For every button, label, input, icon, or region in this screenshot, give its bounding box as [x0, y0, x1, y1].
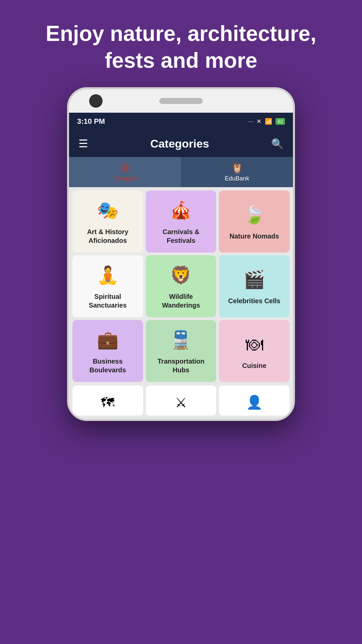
- edubank-tab-label: EduBank: [225, 175, 249, 182]
- category-label-transportation: TransportationHubs: [158, 357, 204, 374]
- category-label-spiritual: SpiritualSanctuaries: [89, 292, 127, 310]
- category-label-cuisine: Cuisine: [242, 361, 266, 370]
- sim-icon: ✕: [256, 118, 261, 125]
- categories-grid-bottom: 🗺 ⚔ 👤: [69, 385, 293, 419]
- category-icon-routes: 🗺: [101, 395, 114, 410]
- category-tab-icon: 🏛: [120, 162, 130, 174]
- category-icon-warrior: ⚔: [175, 395, 187, 410]
- app-bar-title: Categories: [150, 137, 209, 150]
- category-label-business: BusinessBoulevards: [89, 357, 126, 374]
- category-card-celebrities[interactable]: 🎬 Celebrities Cells: [219, 255, 290, 317]
- categories-grid: 🎭 Art & HistoryAficionados 🎪 Carnivals &…: [69, 187, 293, 385]
- phone-speaker: [159, 98, 203, 104]
- category-card-wildlife[interactable]: 🦁 WildlifeWanderings: [146, 255, 217, 317]
- category-icon-carnivals: 🎪: [170, 200, 192, 221]
- category-label-nature: Nature Nomads: [230, 232, 279, 240]
- status-dots: ···: [248, 118, 253, 125]
- phone-frame: 3:10 PM ··· ✕ 📶 62 ☰ Categories 🔍 🏛 Cate…: [67, 87, 295, 421]
- status-bar: 3:10 PM ··· ✕ 📶 62: [69, 113, 293, 130]
- category-icon-guide: 👤: [246, 394, 263, 410]
- category-icon-art-history: 🎭: [97, 200, 119, 221]
- category-icon-celebrities: 🎬: [243, 269, 265, 290]
- category-card-business[interactable]: 💼 BusinessBoulevards: [72, 320, 143, 382]
- category-tab-label: Category: [113, 175, 137, 182]
- app-bar: ☰ Categories 🔍: [69, 130, 293, 157]
- category-card-spiritual[interactable]: 🧘 SpiritualSanctuaries: [72, 255, 143, 317]
- search-button[interactable]: 🔍: [271, 138, 284, 150]
- tab-category[interactable]: 🏛 Category: [69, 157, 181, 187]
- status-time: 3:10 PM: [77, 117, 105, 126]
- hamburger-menu-icon[interactable]: ☰: [78, 137, 88, 150]
- category-icon-wildlife: 🦁: [170, 265, 192, 285]
- category-label-carnivals: Carnivals &Festivals: [163, 227, 199, 245]
- category-card-cuisine[interactable]: 🍽 Cuisine: [219, 320, 290, 382]
- category-card-carnivals[interactable]: 🎪 Carnivals &Festivals: [146, 191, 217, 253]
- category-label-art-history: Art & HistoryAficionados: [87, 227, 128, 245]
- tab-edubank[interactable]: 🦉 EduBank: [181, 157, 293, 187]
- phone-camera: [89, 94, 103, 108]
- hero-title: Enjoy nature, architecture, fests and mo…: [0, 0, 362, 87]
- category-icon-cuisine: 🍽: [246, 334, 263, 355]
- status-icons: ··· ✕ 📶 62: [248, 118, 285, 125]
- categories-content: 🎭 Art & HistoryAficionados 🎪 Carnivals &…: [69, 187, 293, 419]
- category-icon-business: 💼: [97, 330, 119, 350]
- phone-top: [69, 89, 293, 113]
- battery-icon: 62: [276, 118, 285, 125]
- category-icon-transportation: 🚆: [170, 330, 192, 350]
- tab-bar: 🏛 Category 🦉 EduBank: [69, 157, 293, 187]
- category-card-transportation[interactable]: 🚆 TransportationHubs: [146, 320, 217, 382]
- category-card-warrior[interactable]: ⚔: [146, 385, 217, 416]
- edubank-tab-icon: 🦉: [231, 162, 243, 174]
- wifi-icon: 📶: [265, 118, 272, 125]
- category-label-wildlife: WildlifeWanderings: [162, 292, 200, 310]
- category-card-art-history[interactable]: 🎭 Art & HistoryAficionados: [72, 191, 143, 253]
- category-label-celebrities: Celebrities Cells: [228, 297, 281, 305]
- category-card-guide[interactable]: 👤: [219, 385, 290, 416]
- category-card-nature[interactable]: 🍃 Nature Nomads: [219, 191, 290, 253]
- category-card-routes[interactable]: 🗺: [72, 385, 143, 416]
- category-icon-nature: 🍃: [243, 205, 265, 225]
- category-icon-spiritual: 🧘: [97, 265, 119, 285]
